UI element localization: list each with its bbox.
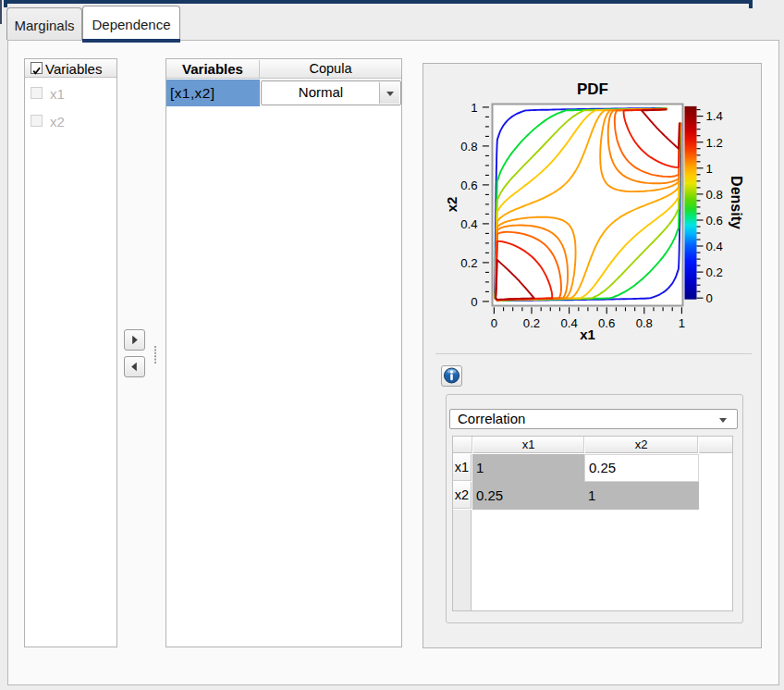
svg-text:0.4: 0.4 xyxy=(706,240,723,253)
svg-text:x1: x1 xyxy=(580,327,595,342)
svg-text:1: 1 xyxy=(471,101,477,115)
svg-text:Density: Density xyxy=(729,176,744,229)
svg-text:0.8: 0.8 xyxy=(460,140,477,154)
svg-text:0: 0 xyxy=(491,316,497,330)
svg-text:0.6: 0.6 xyxy=(460,179,477,192)
svg-text:0: 0 xyxy=(706,291,713,305)
svg-text:0.6: 0.6 xyxy=(598,316,615,330)
svg-text:1.4: 1.4 xyxy=(706,109,723,123)
svg-text:1: 1 xyxy=(679,316,685,330)
svg-text:0.4: 0.4 xyxy=(460,217,477,231)
svg-text:1: 1 xyxy=(706,162,713,176)
svg-text:0.2: 0.2 xyxy=(460,256,477,270)
svg-text:0.8: 0.8 xyxy=(636,316,653,330)
svg-text:0: 0 xyxy=(471,295,477,309)
svg-text:0.2: 0.2 xyxy=(523,316,540,330)
svg-text:1.2: 1.2 xyxy=(706,136,723,150)
svg-text:0.8: 0.8 xyxy=(706,188,723,202)
svg-text:PDF: PDF xyxy=(577,80,608,98)
svg-text:0.4: 0.4 xyxy=(560,316,577,330)
svg-text:0.6: 0.6 xyxy=(706,214,723,228)
svg-text:x2: x2 xyxy=(444,197,459,213)
svg-text:0.2: 0.2 xyxy=(706,265,723,279)
